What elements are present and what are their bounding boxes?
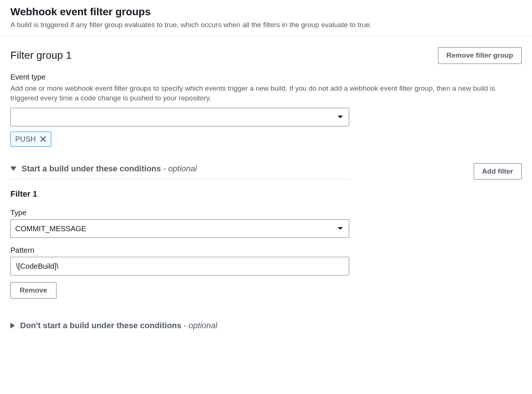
dont-start-title: Don't start a build under these conditio… xyxy=(20,321,217,330)
filter-type-select[interactable]: COMMIT_MESSAGE xyxy=(10,219,349,238)
start-conditions-toggle[interactable]: Start a build under these conditions - o… xyxy=(10,164,349,179)
dont-start-conditions-toggle[interactable]: Don't start a build under these conditio… xyxy=(10,321,522,330)
tag-label: PUSH xyxy=(15,135,36,143)
filter-1-title: Filter 1 xyxy=(10,189,522,199)
add-filter-button[interactable]: Add filter xyxy=(474,163,522,180)
section-description: A build is triggered if any filter group… xyxy=(10,21,522,29)
filter-pattern-input[interactable] xyxy=(10,257,349,275)
event-type-label: Event type xyxy=(10,73,522,81)
filter-group-title: Filter group 1 xyxy=(10,49,72,61)
event-type-field: Event type Add one or more webhook event… xyxy=(10,73,522,147)
start-conditions-title: Start a build under these conditions - o… xyxy=(22,164,197,174)
event-type-tag-push: PUSH xyxy=(10,132,51,147)
caret-right-icon xyxy=(10,323,15,329)
remove-filter-group-button[interactable]: Remove filter group xyxy=(438,47,522,64)
section-title: Webhook event filter groups xyxy=(10,6,522,18)
close-icon[interactable] xyxy=(40,136,46,142)
event-type-description: Add one or more webhook event filter gro… xyxy=(10,84,522,103)
filter-type-label: Type xyxy=(10,209,522,217)
filter-pattern-label: Pattern xyxy=(10,246,522,255)
caret-down-icon xyxy=(10,167,16,171)
filter-1-block: Filter 1 Type COMMIT_MESSAGE Pattern Rem… xyxy=(10,189,522,298)
remove-filter-button[interactable]: Remove xyxy=(10,282,56,298)
event-type-select[interactable] xyxy=(10,108,349,126)
